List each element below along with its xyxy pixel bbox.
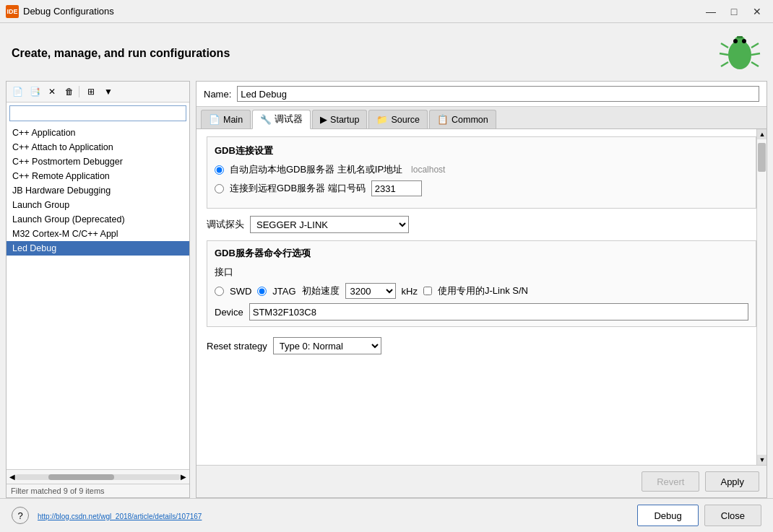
new-config-button[interactable]: 📄 [9,84,25,100]
bottom-buttons: Debug Close [637,505,761,526]
tab-debugger-label: 调试器 [275,113,303,126]
tabs-row: 📄 Main 🔧 调试器 ▶ Startup 📁 Source 📋 [197,107,766,129]
reset-select[interactable]: Type 0: Normal [273,337,381,354]
filter-button[interactable]: ⊞ [83,84,99,100]
tab-source-label: Source [391,115,420,125]
maximize-button[interactable]: □ [724,4,744,19]
speed-label: 初始速度 [302,284,340,297]
radio-local-gdb-row: 自动启动本地GDB服务器 主机名或IP地址 localhost [215,163,748,176]
close-button[interactable]: Close [704,505,761,526]
scroll-indicator [758,143,766,172]
filter-status: Filter matched 9 of 9 items [7,484,189,497]
svg-line-6 [751,53,760,55]
action-row: Revert Apply [197,465,766,497]
scroll-left-arrow[interactable]: ◀ [9,473,15,481]
remove-config-button[interactable]: 🗑 [61,84,77,100]
svg-rect-10 [737,36,743,38]
name-label: Name: [204,89,231,100]
port-input[interactable] [371,180,422,196]
radio-swd[interactable] [215,287,224,296]
reset-label: Reset strategy [207,341,267,352]
revert-button[interactable]: Revert [642,471,699,492]
list-item-selected[interactable]: Led Debug [7,241,189,256]
duplicate-config-button[interactable]: 📑 [27,84,43,100]
tab-startup[interactable]: ▶ Startup [312,110,367,128]
scroll-track[interactable] [15,474,181,480]
localhost-hint: localhost [411,165,445,175]
horizontal-scrollbar[interactable]: ◀ ▶ [7,469,189,484]
debug-configurations-window: IDE Debug Configurations — □ ✕ Create, m… [0,0,773,532]
gdb-section-title: GDB连接设置 [215,144,748,157]
scroll-right-arrow[interactable]: ▶ [181,473,186,481]
list-item[interactable]: M32 Cortex-M C/C++ Appl [7,227,189,241]
scroll-down-arrow[interactable]: ▼ [757,455,766,465]
list-item[interactable]: C++ Postmortem Debugger [7,154,189,169]
cmdline-title: GDB服务器命令行选项 [215,247,748,260]
probe-select[interactable]: SEGGER J-LINK [250,216,409,233]
tab-common-icon: 📋 [437,114,449,125]
interface-row: SWD JTAG 初始速度 3200 kHz 使用专用的J-Link S/N [215,283,748,299]
svg-point-8 [733,39,738,43]
minimize-button[interactable]: — [701,4,721,19]
header-area: Create, manage, and run configurations [0,23,773,81]
tab-common[interactable]: 📋 Common [429,110,496,128]
apply-button[interactable]: Apply [705,471,759,492]
device-input[interactable] [249,303,748,320]
tab-common-label: Common [452,115,488,125]
debug-probe-row: 调试探头 SEGGER J-LINK [207,216,756,233]
name-row: Name: [197,82,766,107]
tab-startup-icon: ▶ [320,114,327,125]
svg-point-9 [742,39,746,43]
gdb-cmdline-section: GDB服务器命令行选项 接口 SWD JTAG 初始速度 3200 [207,240,756,327]
gdb-connection-section: GDB连接设置 自动启动本地GDB服务器 主机名或IP地址 localhost … [207,136,756,209]
tab-startup-label: Startup [330,115,359,125]
left-toolbar: 📄 📑 ✕ 🗑 ⊞ ▼ [7,82,189,103]
tab-main-label: Main [223,115,243,125]
svg-line-3 [720,53,728,55]
list-item[interactable]: JB Hardware Debugging [7,183,189,198]
svg-line-7 [751,62,759,66]
content-area: GDB连接设置 自动启动本地GDB服务器 主机名或IP地址 localhost … [197,129,766,465]
list-item[interactable]: C++ Remote Application [7,169,189,183]
radio-jtag[interactable] [257,287,267,296]
close-window-button[interactable]: ✕ [747,4,767,19]
url-hint: http://blog.csdn.net/wgl_2018/article/de… [38,513,202,520]
radio-remote-gdb-label: 连接到远程GDB服务器 端口号码 [230,182,366,195]
tab-main-icon: 📄 [209,114,220,125]
svg-line-2 [721,43,728,48]
device-label: Device [215,307,243,318]
jlink-label: 使用专用的J-Link S/N [438,284,528,297]
bottom-bar: ? http://blog.csdn.net/wgl_2018/article/… [0,498,773,532]
tab-source-icon: 📁 [376,114,388,125]
filter-dropdown-button[interactable]: ▼ [100,84,116,100]
name-input[interactable] [237,86,759,102]
tab-source[interactable]: 📁 Source [368,110,428,128]
jlink-sn-checkbox[interactable] [423,287,432,295]
device-row: Device [215,303,748,320]
list-item[interactable]: C++ Attach to Application [7,140,189,154]
delete-config-button[interactable]: ✕ [44,84,60,100]
list-item[interactable]: Launch Group [7,198,189,212]
title-buttons: — □ ✕ [701,4,767,19]
help-button[interactable]: ? [12,507,29,524]
swd-label: SWD [230,286,251,297]
tab-debugger[interactable]: 🔧 调试器 [252,110,311,129]
ide-icon: IDE [6,5,19,18]
radio-local-gdb[interactable] [215,165,224,175]
content-wrapper: GDB连接设置 自动启动本地GDB服务器 主机名或IP地址 localhost … [197,129,766,465]
radio-remote-gdb[interactable] [215,184,224,193]
right-panel: Name: 📄 Main 🔧 调试器 ▶ Startup 📁 [196,81,767,498]
title-bar-left: IDE Debug Configurations [6,5,701,18]
debug-button[interactable]: Debug [637,505,698,526]
vertical-scrollbar[interactable]: ▲ ▼ [756,129,766,465]
tab-main[interactable]: 📄 Main [201,110,251,128]
list-item[interactable]: Launch Group (Deprecated) [7,212,189,227]
list-item[interactable]: C++ Application [7,126,189,140]
svg-line-5 [751,43,759,48]
scroll-area [757,139,766,455]
config-list: C++ Application C++ Attach to Applicatio… [7,124,189,469]
scroll-up-arrow[interactable]: ▲ [757,129,766,139]
speed-select[interactable]: 3200 [345,283,396,299]
search-input[interactable] [9,105,186,121]
url-area: http://blog.csdn.net/wgl_2018/article/de… [29,510,637,521]
